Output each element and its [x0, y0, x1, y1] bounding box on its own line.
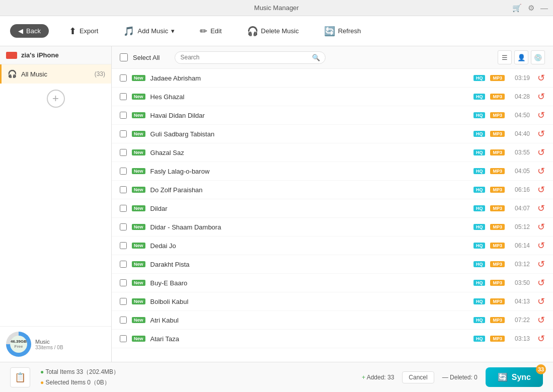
- song-checkbox-11[interactable]: [120, 279, 127, 286]
- main-layout: zia's iPhone 🎧 All Music (33) + 46.39GB …: [0, 46, 553, 362]
- mp3-badge-7: MP3: [490, 205, 505, 211]
- storage-gb: 46.39GB: [11, 339, 27, 344]
- edit-button[interactable]: ✏ Edit: [195, 23, 226, 40]
- new-badge-14: New: [132, 336, 145, 342]
- song-checkbox-8[interactable]: [120, 223, 127, 230]
- hq-badge-9: HQ: [473, 243, 486, 249]
- sync-badge: 33: [536, 364, 546, 374]
- dropdown-arrow-icon: ▾: [171, 27, 175, 35]
- song-name-10: Darakht Pista: [150, 261, 468, 268]
- new-badge-13: New: [132, 317, 145, 323]
- cart-icon[interactable]: 🛒: [512, 4, 522, 13]
- music-list-item: New Jadaee Abrisham HQ MP3 03:19 ↺: [112, 69, 553, 88]
- restore-button-0[interactable]: ↺: [537, 72, 545, 84]
- song-checkbox-13[interactable]: [120, 317, 127, 324]
- minimize-icon[interactable]: —: [540, 4, 548, 12]
- song-name-1: Hes Ghazal: [150, 93, 468, 101]
- song-name-6: Do Zolf Paraishan: [150, 186, 468, 194]
- restore-button-7[interactable]: ↺: [537, 203, 545, 214]
- cancel-button[interactable]: Cancel: [402, 371, 434, 383]
- search-input[interactable]: [180, 54, 312, 61]
- song-checkbox-12[interactable]: [120, 298, 127, 305]
- new-badge-11: New: [132, 280, 145, 286]
- hq-badge-4: HQ: [473, 149, 486, 155]
- song-name-8: Didar - Shaam Dambora: [150, 223, 468, 231]
- song-checkbox-9[interactable]: [120, 242, 127, 249]
- selected-dot: ●: [40, 379, 44, 386]
- sync-icon: 🔄: [498, 372, 508, 382]
- mp3-badge-12: MP3: [490, 298, 505, 304]
- storage-circle: 46.39GB Free: [6, 332, 31, 357]
- mp3-badge-1: MP3: [490, 94, 505, 100]
- song-checkbox-4[interactable]: [120, 149, 127, 156]
- status-bar: 📋 ● Total Items 33（202.4MB） ● Selected I…: [0, 362, 553, 392]
- song-checkbox-7[interactable]: [120, 205, 127, 212]
- song-checkbox-0[interactable]: [120, 74, 127, 82]
- toolbar: ◀ Back ⬆ Export 🎵 Add Music ▾ ✏ Edit 🎧 D…: [0, 16, 553, 46]
- hq-badge-13: HQ: [473, 317, 486, 323]
- sync-button[interactable]: 🔄 Sync: [486, 367, 543, 387]
- song-checkbox-2[interactable]: [120, 112, 127, 119]
- content-toolbar: Select All 🔍 ☰ 👤 💿: [112, 46, 553, 69]
- song-duration-3: 04:40: [510, 130, 530, 137]
- restore-button-9[interactable]: ↺: [537, 240, 545, 251]
- restore-button-5[interactable]: ↺: [537, 166, 545, 177]
- settings-icon[interactable]: ⚙: [528, 4, 534, 13]
- restore-button-1[interactable]: ↺: [537, 91, 545, 102]
- add-circle-icon: +: [47, 90, 65, 108]
- song-checkbox-6[interactable]: [120, 186, 127, 193]
- song-checkbox-3[interactable]: [120, 130, 127, 137]
- status-icon: 📋: [10, 367, 30, 387]
- sidebar-item-all-music[interactable]: 🎧 All Music (33): [0, 64, 111, 84]
- list-view-button[interactable]: ☰: [498, 50, 512, 64]
- total-items-text: ● Total Items 33（202.4MB）: [40, 368, 119, 376]
- music-list-item: New Fasly Lalag-o-barow HQ MP3 04:05 ↺: [112, 162, 553, 181]
- disc-view-button[interactable]: 💿: [531, 50, 545, 64]
- song-duration-6: 06:16: [510, 186, 530, 193]
- song-checkbox-5[interactable]: [120, 168, 127, 175]
- song-checkbox-14[interactable]: [120, 335, 127, 342]
- song-duration-0: 03:19: [510, 74, 530, 82]
- restore-button-4[interactable]: ↺: [537, 147, 545, 158]
- song-name-13: Atri Kabul: [150, 317, 468, 324]
- mp3-badge-11: MP3: [490, 280, 505, 286]
- song-duration-10: 03:12: [510, 261, 530, 268]
- search-box: 🔍: [175, 51, 326, 64]
- mp3-badge-9: MP3: [490, 243, 505, 249]
- restore-button-8[interactable]: ↺: [537, 221, 545, 232]
- song-name-5: Fasly Lalag-o-barow: [150, 168, 468, 175]
- storage-details: Music 33items / 0B: [35, 339, 63, 350]
- restore-button-14[interactable]: ↺: [537, 333, 545, 344]
- hq-badge-14: HQ: [473, 336, 486, 342]
- restore-button-6[interactable]: ↺: [537, 184, 545, 195]
- mp3-badge-4: MP3: [490, 149, 505, 155]
- status-info: ● Total Items 33（202.4MB） ● Selected Ite…: [40, 368, 119, 387]
- restore-button-2[interactable]: ↺: [537, 110, 545, 121]
- storage-inner: 46.39GB Free: [10, 336, 27, 353]
- storage-music-label: Music: [35, 339, 63, 345]
- person-view-button[interactable]: 👤: [514, 50, 528, 64]
- restore-button-13[interactable]: ↺: [537, 315, 545, 326]
- song-name-3: Guli Sadbarg Tabistan: [150, 130, 468, 138]
- delete-music-button[interactable]: 🎧 Delete Music: [242, 23, 304, 40]
- restore-button-11[interactable]: ↺: [537, 277, 545, 288]
- song-checkbox-10[interactable]: [120, 261, 127, 268]
- refresh-button[interactable]: 🔄 Refresh: [319, 23, 366, 40]
- song-duration-5: 04:05: [510, 168, 530, 175]
- select-all-checkbox[interactable]: [120, 53, 128, 61]
- hq-badge-0: HQ: [473, 75, 486, 81]
- refresh-icon: 🔄: [324, 26, 335, 37]
- add-music-button[interactable]: 🎵 Add Music ▾: [118, 23, 180, 40]
- restore-button-3[interactable]: ↺: [537, 128, 545, 139]
- song-duration-14: 03:13: [510, 335, 530, 342]
- music-list-item: New Bolboli Kabul HQ MP3 04:13 ↺: [112, 292, 553, 311]
- song-checkbox-1[interactable]: [120, 93, 127, 100]
- export-button[interactable]: ⬆ Export: [64, 23, 104, 40]
- back-button[interactable]: ◀ Back: [10, 24, 49, 38]
- hq-badge-11: HQ: [473, 280, 486, 286]
- add-playlist-button[interactable]: +: [0, 84, 111, 114]
- restore-button-10[interactable]: ↺: [537, 259, 545, 270]
- title-bar-controls: 🛒 ⚙ —: [512, 4, 548, 13]
- all-music-label: All Music: [21, 70, 91, 78]
- restore-button-12[interactable]: ↺: [537, 296, 545, 307]
